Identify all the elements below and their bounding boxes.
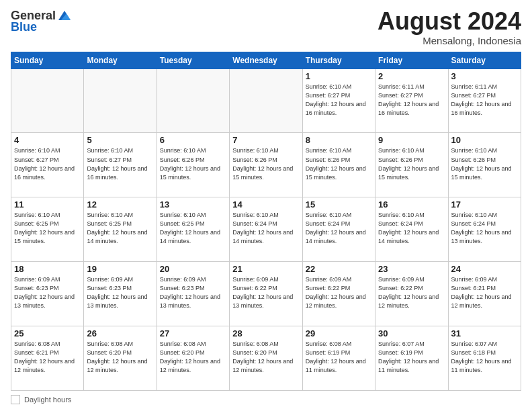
table-row: 20Sunrise: 6:09 AM Sunset: 6:23 PM Dayli… (157, 262, 229, 326)
day-number: 6 (160, 135, 226, 145)
header: General Blue August 2024 Mensalong, Indo… (11, 8, 521, 46)
day-number: 14 (232, 199, 299, 210)
table-row: 24Sunrise: 6:09 AM Sunset: 6:21 PM Dayli… (448, 262, 521, 326)
day-number: 9 (378, 135, 445, 145)
day-number: 20 (160, 264, 226, 274)
table-row: 16Sunrise: 6:10 AM Sunset: 6:24 PM Dayli… (375, 197, 448, 262)
day-info: Sunrise: 6:10 AM Sunset: 6:24 PM Dayligh… (232, 211, 299, 246)
calendar-week-1: 1Sunrise: 6:10 AM Sunset: 6:27 PM Daylig… (11, 68, 521, 133)
day-number: 27 (160, 328, 226, 338)
day-info: Sunrise: 6:10 AM Sunset: 6:24 PM Dayligh… (378, 211, 445, 246)
table-row: 26Sunrise: 6:08 AM Sunset: 6:20 PM Dayli… (84, 326, 157, 391)
col-monday: Monday (84, 52, 157, 68)
day-info: Sunrise: 6:10 AM Sunset: 6:24 PM Dayligh… (306, 211, 372, 246)
col-saturday: Saturday (448, 52, 521, 68)
table-row (230, 68, 302, 133)
day-number: 22 (306, 264, 372, 274)
calendar-week-4: 18Sunrise: 6:09 AM Sunset: 6:23 PM Dayli… (11, 262, 521, 326)
day-number: 8 (306, 135, 372, 145)
table-row: 15Sunrise: 6:10 AM Sunset: 6:24 PM Dayli… (302, 197, 375, 262)
table-row: 4Sunrise: 6:10 AM Sunset: 6:27 PM Daylig… (11, 133, 84, 197)
day-info: Sunrise: 6:10 AM Sunset: 6:26 PM Dayligh… (160, 146, 226, 181)
table-row: 12Sunrise: 6:10 AM Sunset: 6:25 PM Dayli… (84, 197, 157, 262)
footer: Daylight hours (11, 395, 521, 404)
day-info: Sunrise: 6:11 AM Sunset: 6:27 PM Dayligh… (451, 83, 518, 118)
table-row: 31Sunrise: 6:07 AM Sunset: 6:18 PM Dayli… (448, 326, 521, 391)
table-row: 8Sunrise: 6:10 AM Sunset: 6:26 PM Daylig… (302, 133, 375, 197)
table-row (11, 68, 84, 133)
col-sunday: Sunday (11, 52, 84, 68)
day-number: 16 (378, 199, 445, 210)
day-info: Sunrise: 6:10 AM Sunset: 6:27 PM Dayligh… (14, 146, 81, 181)
calendar-location: Mensalong, Indonesia (378, 35, 521, 46)
day-info: Sunrise: 6:10 AM Sunset: 6:25 PM Dayligh… (87, 211, 153, 246)
calendar-week-2: 4Sunrise: 6:10 AM Sunset: 6:27 PM Daylig… (11, 133, 521, 197)
col-tuesday: Tuesday (157, 52, 229, 68)
day-number: 21 (232, 264, 299, 274)
day-number: 11 (14, 199, 81, 210)
day-info: Sunrise: 6:08 AM Sunset: 6:20 PM Dayligh… (232, 340, 299, 375)
title-block: August 2024 Mensalong, Indonesia (378, 8, 521, 46)
calendar-header-row: Sunday Monday Tuesday Wednesday Thursday… (11, 52, 521, 68)
table-row: 30Sunrise: 6:07 AM Sunset: 6:19 PM Dayli… (375, 326, 448, 391)
table-row: 11Sunrise: 6:10 AM Sunset: 6:25 PM Dayli… (11, 197, 84, 262)
day-number: 15 (306, 199, 372, 210)
day-info: Sunrise: 6:07 AM Sunset: 6:18 PM Dayligh… (451, 340, 518, 375)
day-number: 10 (451, 135, 518, 145)
day-info: Sunrise: 6:07 AM Sunset: 6:19 PM Dayligh… (378, 340, 445, 375)
day-info: Sunrise: 6:09 AM Sunset: 6:22 PM Dayligh… (378, 275, 445, 310)
table-row: 5Sunrise: 6:10 AM Sunset: 6:27 PM Daylig… (84, 133, 157, 197)
calendar-table: Sunday Monday Tuesday Wednesday Thursday… (11, 52, 521, 391)
logo-blue-text: Blue (11, 20, 37, 34)
day-info: Sunrise: 6:10 AM Sunset: 6:25 PM Dayligh… (14, 211, 81, 246)
table-row: 10Sunrise: 6:10 AM Sunset: 6:26 PM Dayli… (448, 133, 521, 197)
day-info: Sunrise: 6:10 AM Sunset: 6:25 PM Dayligh… (160, 211, 226, 246)
day-number: 2 (378, 71, 445, 81)
day-info: Sunrise: 6:10 AM Sunset: 6:27 PM Dayligh… (306, 83, 372, 118)
day-number: 30 (378, 328, 445, 338)
day-info: Sunrise: 6:08 AM Sunset: 6:21 PM Dayligh… (14, 340, 81, 375)
table-row: 23Sunrise: 6:09 AM Sunset: 6:22 PM Dayli… (375, 262, 448, 326)
day-number: 3 (451, 71, 518, 81)
day-info: Sunrise: 6:10 AM Sunset: 6:26 PM Dayligh… (306, 146, 372, 181)
footer-box (11, 395, 20, 404)
day-number: 4 (14, 135, 81, 145)
table-row: 28Sunrise: 6:08 AM Sunset: 6:20 PM Dayli… (230, 326, 302, 391)
day-number: 13 (160, 199, 226, 210)
day-info: Sunrise: 6:09 AM Sunset: 6:22 PM Dayligh… (232, 275, 299, 310)
day-number: 5 (87, 135, 153, 145)
logo: General Blue (11, 8, 72, 34)
col-thursday: Thursday (302, 52, 375, 68)
day-number: 26 (87, 328, 153, 338)
table-row: 2Sunrise: 6:11 AM Sunset: 6:27 PM Daylig… (375, 68, 448, 133)
day-number: 17 (451, 199, 518, 210)
table-row: 13Sunrise: 6:10 AM Sunset: 6:25 PM Dayli… (157, 197, 229, 262)
footer-label: Daylight hours (24, 396, 71, 404)
table-row: 18Sunrise: 6:09 AM Sunset: 6:23 PM Dayli… (11, 262, 84, 326)
day-info: Sunrise: 6:10 AM Sunset: 6:26 PM Dayligh… (378, 146, 445, 181)
day-number: 12 (87, 199, 153, 210)
logo-icon (57, 8, 72, 23)
day-info: Sunrise: 6:08 AM Sunset: 6:19 PM Dayligh… (306, 340, 372, 375)
day-number: 18 (14, 264, 81, 274)
table-row: 29Sunrise: 6:08 AM Sunset: 6:19 PM Dayli… (302, 326, 375, 391)
table-row: 14Sunrise: 6:10 AM Sunset: 6:24 PM Dayli… (230, 197, 302, 262)
day-info: Sunrise: 6:09 AM Sunset: 6:23 PM Dayligh… (160, 275, 226, 310)
day-info: Sunrise: 6:10 AM Sunset: 6:26 PM Dayligh… (451, 146, 518, 181)
table-row: 7Sunrise: 6:10 AM Sunset: 6:26 PM Daylig… (230, 133, 302, 197)
day-number: 28 (232, 328, 299, 338)
day-info: Sunrise: 6:08 AM Sunset: 6:20 PM Dayligh… (160, 340, 226, 375)
day-number: 24 (451, 264, 518, 274)
table-row: 6Sunrise: 6:10 AM Sunset: 6:26 PM Daylig… (157, 133, 229, 197)
day-info: Sunrise: 6:10 AM Sunset: 6:27 PM Dayligh… (87, 146, 153, 181)
day-info: Sunrise: 6:09 AM Sunset: 6:23 PM Dayligh… (87, 275, 153, 310)
table-row: 19Sunrise: 6:09 AM Sunset: 6:23 PM Dayli… (84, 262, 157, 326)
calendar-week-3: 11Sunrise: 6:10 AM Sunset: 6:25 PM Dayli… (11, 197, 521, 262)
table-row: 21Sunrise: 6:09 AM Sunset: 6:22 PM Dayli… (230, 262, 302, 326)
day-info: Sunrise: 6:09 AM Sunset: 6:22 PM Dayligh… (306, 275, 372, 310)
table-row: 22Sunrise: 6:09 AM Sunset: 6:22 PM Dayli… (302, 262, 375, 326)
day-info: Sunrise: 6:09 AM Sunset: 6:23 PM Dayligh… (14, 275, 81, 310)
table-row: 1Sunrise: 6:10 AM Sunset: 6:27 PM Daylig… (302, 68, 375, 133)
day-number: 31 (451, 328, 518, 338)
day-number: 29 (306, 328, 372, 338)
